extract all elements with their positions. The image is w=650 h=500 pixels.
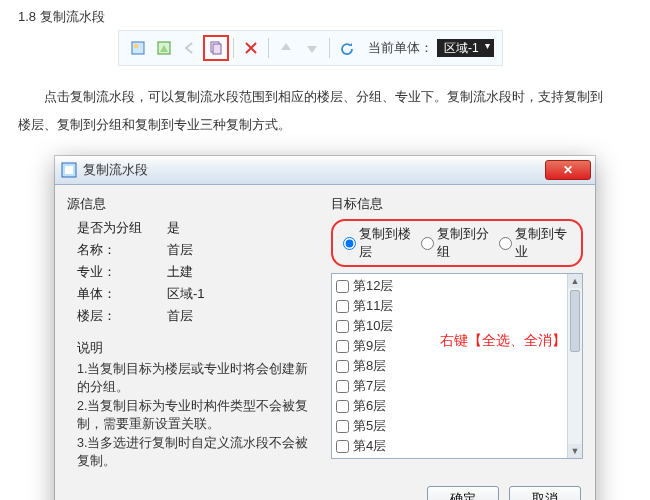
kv-key: 是否为分组 — [77, 219, 167, 237]
list-item-checkbox[interactable] — [336, 300, 349, 313]
section-number: 1.8 — [18, 9, 36, 24]
list-item-checkbox[interactable] — [336, 360, 349, 373]
list-item-label: 第4层 — [353, 437, 386, 455]
radio-label: 复制到分组 — [437, 225, 493, 261]
kv-key: 专业： — [77, 263, 167, 281]
unit-select[interactable]: 区域-1 — [437, 39, 494, 57]
app-icon — [61, 162, 77, 178]
list-item-checkbox[interactable] — [336, 440, 349, 453]
list-item-checkbox[interactable] — [336, 340, 349, 353]
current-unit-label: 当前单体： — [368, 35, 433, 61]
kv-value: 是 — [167, 219, 319, 237]
list-item-label: 第5层 — [353, 417, 386, 435]
doc-body: 点击复制流水段，可以复制流水段范围到相应的楼层、分组、专业下。复制流水段时，支持… — [0, 78, 650, 152]
dialog-title: 复制流水段 — [83, 161, 545, 179]
toolbar-separator — [329, 38, 330, 58]
kv-value: 区域-1 — [167, 285, 319, 303]
kv-key: 楼层： — [77, 307, 167, 325]
toolbar-separator — [268, 38, 269, 58]
toolbar-btn-delete[interactable] — [240, 37, 262, 59]
desc-item: 2.当复制目标为专业时构件类型不会被复制，需要重新设置关联。 — [77, 398, 319, 433]
radio-input[interactable] — [421, 237, 434, 250]
copy-target-radio[interactable]: 复制到楼层 — [343, 225, 415, 261]
desc-item: 3.当多选进行复制时自定义流水段不会被复制。 — [77, 435, 319, 470]
source-kv-row: 专业：土建 — [77, 263, 319, 281]
kv-value: 土建 — [167, 263, 319, 281]
toolbar-btn-copy-segment[interactable] — [205, 37, 227, 59]
toolbar-btn-down — [301, 37, 323, 59]
copy-target-radio-group: 复制到楼层复制到分组复制到专业 — [331, 219, 583, 267]
source-kv-row: 楼层：首层 — [77, 307, 319, 325]
copy-segment-dialog: 复制流水段 ✕ 源信息 是否为分组是名称：首层专业：土建单体：区域-1楼层：首层… — [55, 156, 595, 500]
list-item-checkbox[interactable] — [336, 420, 349, 433]
svg-rect-1 — [134, 44, 138, 48]
list-item[interactable]: 第5层 — [336, 416, 578, 436]
list-item[interactable]: 第8层 — [336, 356, 578, 376]
list-item-label: 第9层 — [353, 337, 386, 355]
source-pane: 源信息 是否为分组是名称：首层专业：土建单体：区域-1楼层：首层 说明 1.当复… — [67, 195, 319, 472]
list-scrollbar[interactable]: ▲ ▼ — [567, 274, 582, 458]
desc-item: 1.当复制目标为楼层或专业时将会创建新的分组。 — [77, 361, 319, 396]
list-item-label: 第12层 — [353, 277, 393, 295]
target-pane: 目标信息 复制到楼层复制到分组复制到专业 第12层第11层第10层第9层第8层第… — [331, 195, 583, 472]
source-header: 源信息 — [67, 195, 319, 213]
toolbar: 当前单体： 区域-1 — [118, 30, 503, 66]
list-item[interactable]: 第6层 — [336, 396, 578, 416]
toolbar-separator — [233, 38, 234, 58]
list-item[interactable]: 第12层 — [336, 276, 578, 296]
copy-target-radio[interactable]: 复制到分组 — [421, 225, 493, 261]
toolbar-btn-back — [179, 37, 201, 59]
list-item-checkbox[interactable] — [336, 400, 349, 413]
toolbar-btn-refresh[interactable] — [336, 37, 358, 59]
list-item-label: 第8层 — [353, 357, 386, 375]
radio-label: 复制到楼层 — [359, 225, 415, 261]
doc-para-1: 点击复制流水段，可以复制流水段范围到相应的楼层、分组、专业下。复制流水段时，支持… — [18, 84, 640, 110]
doc-para-2: 楼层、复制到分组和复制到专业三种复制方式。 — [18, 112, 640, 138]
dialog-titlebar: 复制流水段 ✕ — [55, 156, 595, 185]
svg-rect-6 — [65, 166, 73, 174]
kv-value: 首层 — [167, 241, 319, 259]
cancel-button[interactable]: 取消 — [509, 486, 581, 500]
scroll-down-icon[interactable]: ▼ — [568, 444, 582, 458]
desc-header: 说明 — [77, 339, 319, 357]
toolbar-btn-1[interactable] — [127, 37, 149, 59]
scroll-up-icon[interactable]: ▲ — [568, 274, 582, 288]
radio-input[interactable] — [499, 237, 512, 250]
list-item-label: 第10层 — [353, 317, 393, 335]
close-button[interactable]: ✕ — [545, 160, 591, 180]
list-item[interactable]: 第7层 — [336, 376, 578, 396]
kv-key: 单体： — [77, 285, 167, 303]
svg-rect-4 — [213, 44, 221, 54]
list-item-label: 第7层 — [353, 377, 386, 395]
list-item[interactable]: 第9层 — [336, 336, 578, 356]
list-item-checkbox[interactable] — [336, 280, 349, 293]
toolbar-btn-2[interactable] — [153, 37, 175, 59]
ok-button[interactable]: 确定 — [427, 486, 499, 500]
list-item[interactable]: 第11层 — [336, 296, 578, 316]
kv-value: 首层 — [167, 307, 319, 325]
source-kv-row: 名称：首层 — [77, 241, 319, 259]
radio-label: 复制到专业 — [515, 225, 571, 261]
source-kv-row: 是否为分组是 — [77, 219, 319, 237]
copy-target-radio[interactable]: 复制到专业 — [499, 225, 571, 261]
list-item[interactable]: 第4层 — [336, 436, 578, 456]
list-item[interactable]: 第10层 — [336, 316, 578, 336]
floor-listbox: 第12层第11层第10层第9层第8层第7层第6层第5层第4层第3层 右键【全选、… — [331, 273, 583, 459]
source-kv-row: 单体：区域-1 — [77, 285, 319, 303]
dialog-footer: 确定 取消 — [55, 478, 595, 500]
list-item-label: 第6层 — [353, 397, 386, 415]
scroll-thumb[interactable] — [570, 290, 580, 352]
list-item-checkbox[interactable] — [336, 380, 349, 393]
section-title: 复制流水段 — [40, 9, 105, 24]
list-item-checkbox[interactable] — [336, 320, 349, 333]
list-item-label: 第11层 — [353, 297, 393, 315]
toolbar-btn-up — [275, 37, 297, 59]
radio-input[interactable] — [343, 237, 356, 250]
target-header: 目标信息 — [331, 195, 583, 213]
kv-key: 名称： — [77, 241, 167, 259]
